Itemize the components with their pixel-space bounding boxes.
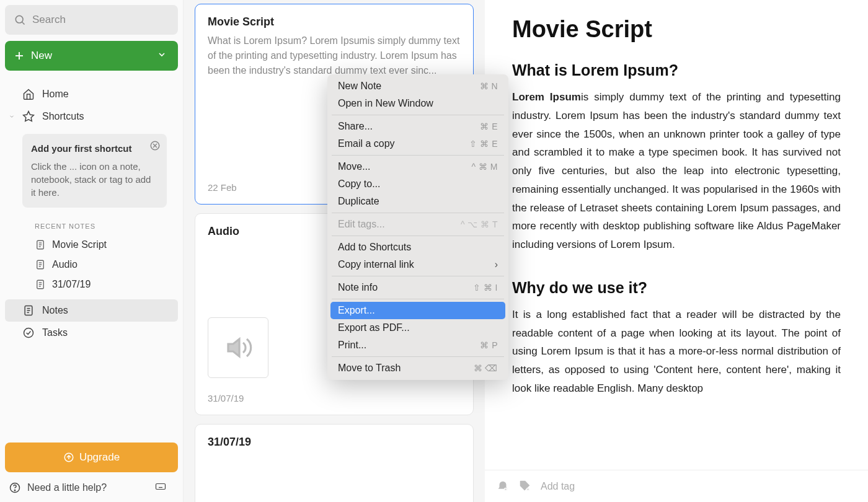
svg-text:+: + xyxy=(527,487,529,491)
help-link[interactable]: Need a little help? xyxy=(9,482,107,494)
menu-item-edit-tags: Edit tags...^ ⌥ ⌘ T xyxy=(330,216,505,233)
menu-item-shortcut: ^ ⌥ ⌘ T xyxy=(461,219,498,229)
menu-item-label: Note info xyxy=(338,282,378,293)
menu-item-label: Edit tags... xyxy=(338,219,385,230)
keyboard-icon xyxy=(153,481,168,492)
note-card-title: Movie Script xyxy=(208,15,461,29)
menu-item-email-a-copy[interactable]: Email a copy⇧ ⌘ E xyxy=(330,135,505,152)
menu-separator xyxy=(332,299,504,299)
menu-item-shortcut: ⌘ ⌫ xyxy=(474,363,498,373)
close-button[interactable] xyxy=(149,140,161,153)
menu-item-shortcut: ⇧ ⌘ E xyxy=(469,139,498,149)
menu-item-label: Print... xyxy=(338,340,366,351)
menu-separator xyxy=(332,115,504,115)
add-tag-input[interactable]: Add tag xyxy=(541,481,575,492)
keyboard-button[interactable] xyxy=(153,481,174,495)
paragraph: It is a long established fact that a rea… xyxy=(512,306,841,398)
note-title: Movie Script xyxy=(512,16,841,43)
sidebar-item-home[interactable]: Home xyxy=(5,83,178,105)
svg-text:+: + xyxy=(505,487,507,491)
tasks-icon xyxy=(22,327,35,339)
help-icon xyxy=(9,482,21,494)
recent-note-label: Movie Script xyxy=(52,239,107,250)
search-icon xyxy=(14,14,26,26)
upgrade-icon xyxy=(63,452,74,463)
new-button[interactable]: New xyxy=(5,41,178,71)
svg-marker-35 xyxy=(228,339,239,356)
menu-item-move[interactable]: Move...^ ⌘ M xyxy=(330,158,505,175)
recent-note-item[interactable]: 31/07/19 xyxy=(5,275,178,294)
menu-separator xyxy=(332,213,504,213)
editor-body[interactable]: Movie Script What is Lorem Ipsum? Lorem … xyxy=(485,0,868,470)
menu-item-print[interactable]: Print...⌘ P xyxy=(330,337,505,354)
context-menu: New Note⌘ NOpen in New WindowShare...⌘ E… xyxy=(327,74,508,380)
reminder-icon[interactable]: + xyxy=(496,480,510,493)
menu-item-label: Share... xyxy=(338,121,373,132)
menu-item-copy-to[interactable]: Copy to... xyxy=(330,175,505,193)
menu-item-export-as-pdf[interactable]: Export as PDF... xyxy=(330,319,505,337)
sidebar-item-notes[interactable]: Notes xyxy=(5,299,178,322)
search-placeholder: Search xyxy=(32,14,66,26)
chevron-down-icon xyxy=(157,50,167,59)
sidebar-item-shortcuts[interactable]: Shortcuts xyxy=(5,105,178,128)
menu-item-open-in-new-window[interactable]: Open in New Window xyxy=(330,95,505,112)
menu-item-new-note[interactable]: New Note⌘ N xyxy=(330,77,505,95)
menu-item-note-info[interactable]: Note info⇧ ⌘ I xyxy=(330,279,505,296)
note-card-title: 31/07/19 xyxy=(208,436,461,449)
tag-add-icon[interactable]: + xyxy=(518,480,532,493)
menu-item-duplicate[interactable]: Duplicate xyxy=(330,193,505,210)
shortcut-hint-title: Add your first shortcut xyxy=(31,143,158,155)
note-card[interactable]: 31/07/19 xyxy=(195,424,474,502)
sidebar-item-tasks[interactable]: Tasks xyxy=(5,322,178,344)
sidebar-item-label: Notes xyxy=(42,305,68,316)
home-icon xyxy=(22,88,35,100)
menu-item-share[interactable]: Share...⌘ E xyxy=(330,118,505,135)
menu-separator xyxy=(332,155,504,156)
recent-note-item[interactable]: Audio xyxy=(5,255,178,275)
menu-separator xyxy=(332,356,504,357)
upgrade-button[interactable]: Upgrade xyxy=(5,443,178,472)
paragraph: Lorem Ipsumis simply dummy text of the p… xyxy=(512,88,841,254)
recent-note-label: 31/07/19 xyxy=(52,279,91,290)
menu-item-move-to-trash[interactable]: Move to Trash⌘ ⌫ xyxy=(330,359,505,377)
menu-item-label: Add to Shortcuts xyxy=(338,242,411,253)
plus-icon xyxy=(14,50,25,61)
help-label: Need a little help? xyxy=(27,482,107,493)
menu-item-label: Move... xyxy=(338,161,370,172)
search-input[interactable]: Search xyxy=(5,5,178,35)
menu-item-shortcut: ⌘ P xyxy=(480,340,498,350)
heading: What is Lorem Ipsum? xyxy=(512,61,841,79)
new-button-label: New xyxy=(31,50,52,62)
sidebar: Search New Home Shortcuts Add your firs xyxy=(0,0,184,502)
svg-point-0 xyxy=(16,15,23,23)
svg-rect-29 xyxy=(156,484,166,490)
audio-thumbnail xyxy=(208,317,268,378)
svg-line-1 xyxy=(22,22,25,25)
shortcut-hint-card: Add your first shortcut Click the ... ic… xyxy=(22,134,167,208)
star-icon xyxy=(22,110,35,123)
upgrade-label: Upgrade xyxy=(79,451,120,464)
menu-item-shortcut: ⌘ E xyxy=(480,121,498,131)
menu-item-label: Open in New Window xyxy=(338,98,433,109)
menu-item-add-to-shortcuts[interactable]: Add to Shortcuts xyxy=(330,239,505,256)
note-icon xyxy=(35,279,46,290)
editor: Movie Script What is Lorem Ipsum? Lorem … xyxy=(485,0,868,502)
menu-item-label: Export as PDF... xyxy=(338,322,410,333)
recent-notes-label: Recent Notes xyxy=(5,208,178,235)
menu-item-shortcut: ⌘ N xyxy=(480,81,498,91)
shortcut-hint-desc: Click the ... icon on a note, notebook, … xyxy=(31,160,158,199)
note-icon xyxy=(35,259,46,270)
menu-item-shortcut: ⇧ ⌘ I xyxy=(473,283,498,293)
menu-item-export[interactable]: Export... xyxy=(330,302,505,319)
heading: Why do we use it? xyxy=(512,279,841,297)
svg-marker-4 xyxy=(24,112,34,121)
sidebar-item-label: Shortcuts xyxy=(42,111,84,122)
svg-point-24 xyxy=(24,328,33,337)
close-icon xyxy=(149,140,161,151)
menu-item-copy-internal-link[interactable]: Copy internal link› xyxy=(330,256,505,273)
menu-item-label: Export... xyxy=(338,305,375,316)
recent-note-item[interactable]: Movie Script xyxy=(5,235,178,255)
recent-note-label: Audio xyxy=(52,259,78,270)
sidebar-item-label: Tasks xyxy=(42,327,68,338)
new-dropdown-toggle[interactable] xyxy=(146,50,178,63)
